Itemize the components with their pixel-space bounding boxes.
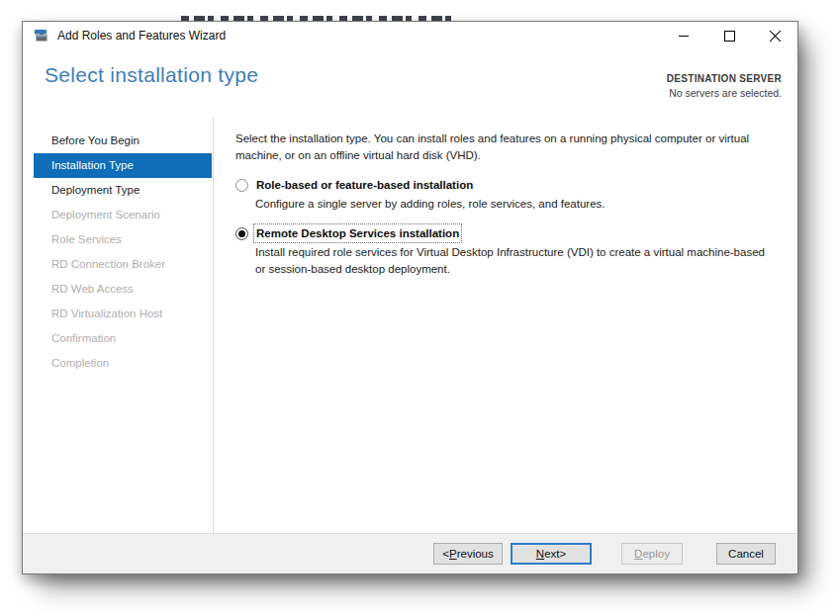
- titlebar: Add Roles and Features Wizard: [23, 22, 797, 49]
- radio-unselected-icon[interactable]: [235, 179, 248, 192]
- destination-server-label: DESTINATION SERVER: [667, 73, 782, 84]
- caption-buttons: [661, 22, 797, 49]
- option-role-based-description: Configure a single server by adding role…: [255, 196, 769, 213]
- destination-server-block: DESTINATION SERVER No servers are select…: [667, 73, 782, 99]
- window-title: Add Roles and Features Wizard: [57, 29, 226, 43]
- minimize-button[interactable]: [661, 22, 706, 49]
- nav-item-installation-type[interactable]: Installation Type: [34, 153, 212, 178]
- minimize-icon: [679, 36, 689, 37]
- next-button[interactable]: Next >: [511, 543, 592, 565]
- destination-server-value: No servers are selected.: [667, 87, 782, 99]
- intro-text: Select the installation type. You can in…: [235, 131, 769, 164]
- wizard-header: Select installation type DESTINATION SER…: [23, 49, 797, 115]
- nav-item-completion: Completion: [34, 351, 212, 376]
- wizard-footer: < Previous Next > Deploy Cancel: [23, 533, 797, 573]
- wizard-content: Select the installation type. You can in…: [214, 118, 796, 533]
- nav-item-deployment-scenario: Deployment Scenario: [34, 203, 212, 227]
- radio-selected-icon[interactable]: [235, 227, 248, 240]
- nav-item-rd-web-access: RD Web Access: [34, 277, 212, 302]
- nav-item-rd-connection-broker: RD Connection Broker: [34, 252, 212, 277]
- wizard-nav: Before You Begin Installation Type Deplo…: [34, 129, 212, 376]
- cancel-button[interactable]: Cancel: [716, 543, 776, 565]
- nav-item-deployment-type[interactable]: Deployment Type: [34, 178, 212, 203]
- nav-item-rd-virtualization-host: RD Virtualization Host: [34, 302, 212, 326]
- close-icon: [769, 30, 782, 43]
- page-title: Select installation type: [45, 63, 258, 87]
- close-button[interactable]: [752, 22, 797, 49]
- previous-button[interactable]: < Previous: [433, 543, 503, 565]
- nav-item-before-you-begin[interactable]: Before You Begin: [34, 129, 212, 153]
- maximize-icon: [724, 31, 735, 42]
- server-manager-icon: [34, 28, 49, 44]
- option-remote-desktop: Remote Desktop Services installation Ins…: [235, 226, 769, 278]
- nav-item-role-services: Role Services: [34, 227, 212, 252]
- maximize-button[interactable]: [706, 22, 752, 49]
- nav-item-confirmation: Confirmation: [34, 326, 212, 351]
- deploy-button: Deploy: [621, 543, 683, 565]
- option-role-based-label[interactable]: Role-based or feature-based installation: [256, 178, 473, 192]
- wizard-window: Add Roles and Features Wizard Select ins…: [22, 21, 798, 574]
- option-remote-desktop-label[interactable]: Remote Desktop Services installation: [256, 226, 459, 240]
- option-role-based: Role-based or feature-based installation…: [235, 178, 769, 213]
- option-remote-desktop-description: Install required role services for Virtu…: [255, 244, 769, 278]
